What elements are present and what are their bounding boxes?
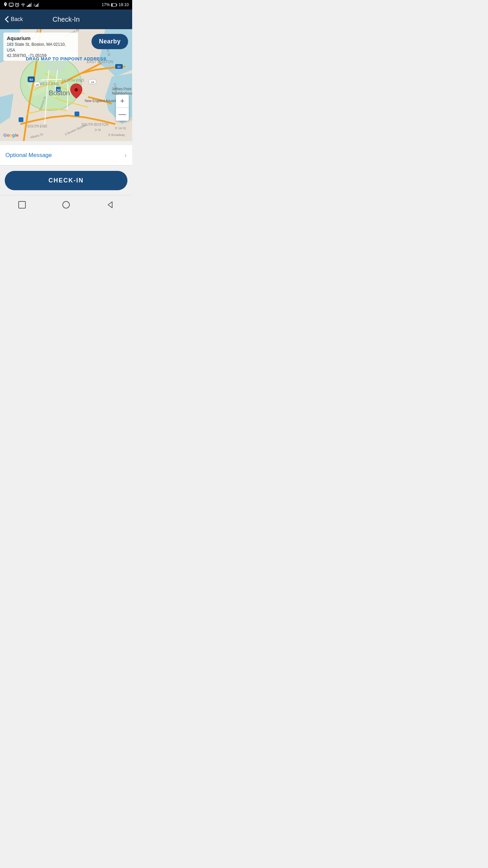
svg-rect-15 [38,3,39,7]
checkin-button[interactable]: CHECK-IN [5,171,127,190]
zoom-controls: + — [116,95,129,121]
nav-triangle-icon [105,200,115,210]
nav-square-icon [17,200,27,210]
svg-text:90: 90 [117,65,121,68]
zoom-out-button[interactable]: — [116,108,129,121]
google-o1: o [7,133,9,138]
svg-text:1A: 1A [91,81,94,84]
svg-text:NORTH END: NORTH END [62,78,84,82]
google-g: G [3,133,7,138]
zoom-in-button[interactable]: + [116,95,129,107]
nav-back-button[interactable] [105,200,115,210]
location-name: Aquarium [7,35,75,41]
svg-text:SOUTH END: SOUTH END [27,124,47,128]
nav-circle-icon [61,200,71,210]
svg-text:93: 93 [29,78,33,81]
svg-text:🚌: 🚌 [57,87,61,92]
svg-point-55 [75,88,78,92]
header: Back Check-In [0,9,132,29]
svg-rect-40 [19,117,23,122]
status-bar: 2 17% 18:10 [0,0,132,9]
svg-rect-56 [19,201,25,208]
svg-rect-13 [36,5,37,7]
google-o2: o [9,133,12,138]
svg-rect-8 [28,5,29,7]
status-icons-left: 2 [3,2,40,7]
svg-rect-7 [27,6,28,7]
nav-circle-button[interactable] [61,200,71,210]
svg-text:WEST END: WEST END [39,82,59,86]
page-title: Check-In [53,16,80,23]
map-container[interactable]: 93 28 1A 90 WEST END NORTH END EAST BOST… [0,29,132,141]
chevron-right-icon: › [124,151,127,159]
svg-text:E Broadway: E Broadway [108,133,125,137]
optional-message-label: Optional Message [5,152,52,159]
drag-label: DRAG MAP TO PINPOINT ADDRESS [26,56,106,61]
nearby-button[interactable]: Nearby [92,34,128,49]
google-g2: g [12,133,15,138]
svg-text:E 1st St: E 1st St [115,126,126,130]
battery-icon [111,3,117,7]
screen-icon [9,3,14,7]
svg-rect-12 [35,6,36,7]
svg-line-6 [18,3,19,3]
battery-percent: 17% [102,2,110,7]
checkin-container: CHECK-IN [0,165,132,195]
svg-rect-17 [116,4,117,5]
time-display: 18:10 [119,2,129,7]
svg-line-5 [15,3,16,3]
back-arrow-icon [5,16,9,23]
google-logo: Google [3,133,19,138]
location-address: 183 State St, Boston, MA 02110, USA [7,42,75,53]
svg-rect-41 [75,112,79,116]
svg-point-57 [63,201,69,208]
signal1-icon [27,3,32,7]
svg-rect-9 [29,4,30,7]
back-button[interactable]: Back [5,16,23,23]
svg-rect-18 [111,4,113,6]
optional-message-row[interactable]: Optional Message › [0,145,132,165]
svg-rect-14 [37,4,38,7]
location-icon [3,2,7,7]
back-label: Back [11,16,23,22]
nav-square-button[interactable] [17,200,27,210]
svg-rect-10 [31,3,32,7]
signal2-icon: 2 [34,3,40,7]
svg-text:28: 28 [36,83,39,86]
alarm-icon [15,3,19,7]
status-right: 17% 18:10 [102,2,129,7]
svg-text:New England Aquarium: New England Aquarium [85,99,120,103]
svg-text:2: 2 [34,3,35,7]
svg-text:D St: D St [95,128,101,132]
google-e: e [16,133,19,138]
bottom-nav [0,195,132,214]
svg-rect-0 [9,3,13,6]
wifi-icon [21,3,25,7]
